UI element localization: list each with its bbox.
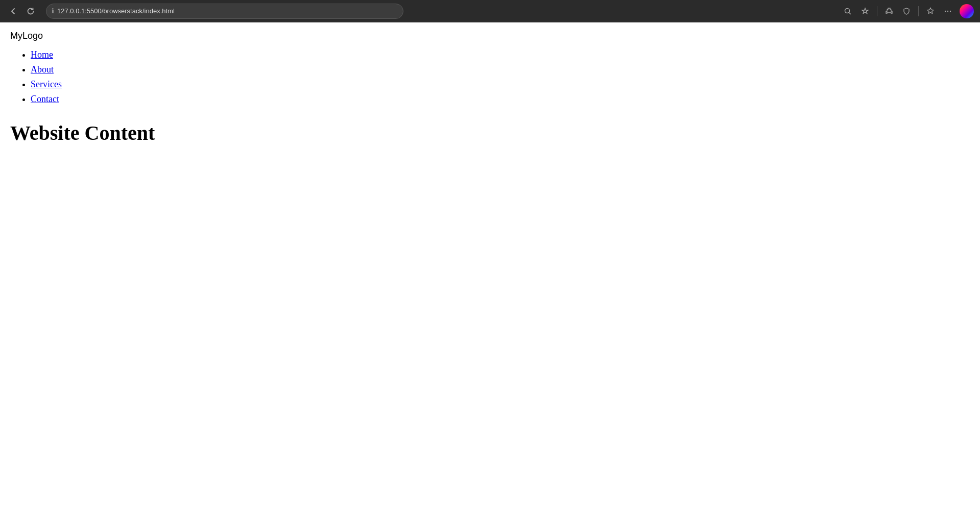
bookmark-star-button[interactable] <box>857 4 873 19</box>
toolbar-divider-1 <box>877 6 877 16</box>
firefox-icon[interactable] <box>960 4 974 18</box>
refresh-button[interactable] <box>23 4 38 18</box>
nav-item-home: Home <box>31 49 970 60</box>
address-bar[interactable]: ℹ 127.0.0.1:5500/browserstack/index.html <box>46 4 403 19</box>
webpage-content: MyLogo Home About Services Contact Websi… <box>0 22 980 521</box>
nav-item-contact: Contact <box>31 94 970 105</box>
nav-link-home[interactable]: Home <box>31 49 53 60</box>
browser-chrome: ℹ 127.0.0.1:5500/browserstack/index.html <box>0 0 980 22</box>
site-logo: MyLogo <box>10 31 970 41</box>
svg-point-2 <box>947 10 948 11</box>
browser-nav-buttons <box>6 4 38 18</box>
page-heading: Website Content <box>10 121 970 145</box>
toolbar-divider-2 <box>918 6 919 16</box>
more-button[interactable] <box>940 4 955 19</box>
extensions-button[interactable] <box>881 4 897 19</box>
back-button[interactable] <box>6 4 20 18</box>
nav-link-about[interactable]: About <box>31 64 54 75</box>
browser-toolbar-right <box>840 4 974 19</box>
nav-link-services[interactable]: Services <box>31 79 62 89</box>
nav-link-contact[interactable]: Contact <box>31 94 59 104</box>
svg-point-1 <box>945 10 946 11</box>
nav-item-about: About <box>31 64 970 75</box>
info-icon: ℹ <box>52 7 54 15</box>
shield-button[interactable] <box>899 4 914 19</box>
address-text: 127.0.0.1:5500/browserstack/index.html <box>57 7 175 15</box>
zoom-button[interactable] <box>840 4 855 19</box>
bookmarks-button[interactable] <box>923 4 938 19</box>
svg-point-3 <box>950 10 951 11</box>
nav-item-services: Services <box>31 79 970 90</box>
nav-list: Home About Services Contact <box>10 49 970 105</box>
